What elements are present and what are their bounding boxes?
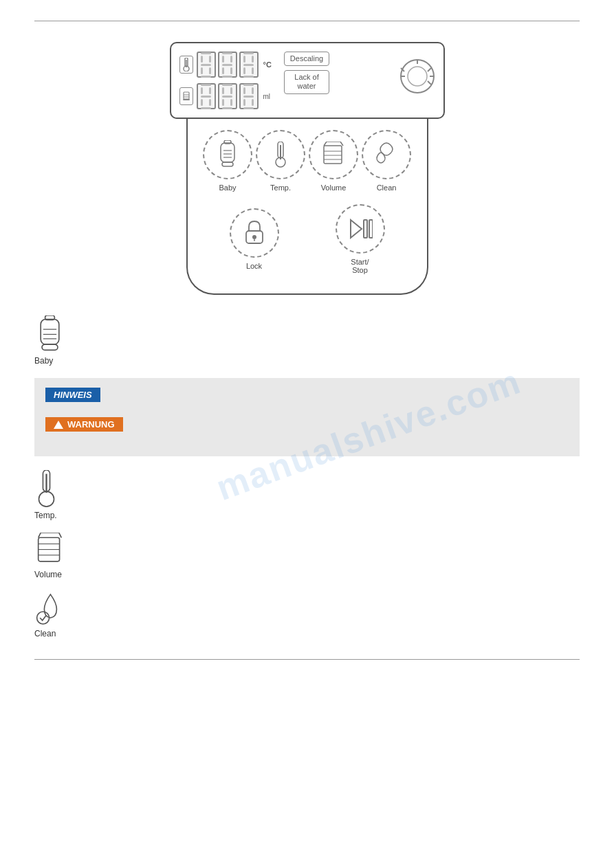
measuring-cup-icon-large [34,533,65,567]
volume-label: Volume [321,183,347,192]
clean-label: Clean [377,183,397,192]
temp-display [197,52,259,78]
ml-label: ml [263,93,271,100]
display-panel: °C [170,42,445,119]
thermometer-icon-large [34,470,58,508]
indicators-area: Descaling Lack of water [284,52,329,94]
svg-rect-35 [41,320,59,345]
volume-section-label: Volume [34,570,62,579]
warning-triangle-icon [54,421,63,429]
svg-rect-24 [324,146,342,164]
svg-rect-33 [369,220,373,238]
start-stop-label: Start/Stop [351,258,369,274]
svg-rect-3 [184,92,189,99]
svg-line-12 [428,81,431,85]
svg-rect-6 [183,99,190,100]
temp-section: Temp. [34,470,580,520]
baby-label: Baby [219,183,236,192]
hinweis-notice: HINWEIS WARNUNG [34,378,580,456]
dial-control[interactable] [399,58,435,96]
device-diagram: °C [34,42,580,295]
baby-section-label: Baby [34,356,53,366]
clean-button[interactable]: Clean [362,130,411,192]
clean-section: Clean [34,592,580,638]
celsius-label: °C [263,60,272,69]
baby-bottle-icon-large [34,315,65,353]
thermo-small-icon [179,56,193,74]
clean-drops-icon-large [34,592,65,626]
lack-of-water-indicator: Lack of water [284,70,329,93]
descaling-indicator: Descaling [284,52,329,66]
clean-section-label: Clean [34,629,56,638]
temp-label: Temp. [270,183,291,192]
svg-point-29 [252,235,256,239]
svg-rect-16 [221,143,234,162]
svg-rect-32 [364,220,367,238]
device-panel: °C [170,42,445,295]
svg-marker-31 [351,220,362,238]
lock-button[interactable]: Lock [230,208,279,270]
svg-point-8 [408,67,427,86]
volume-section: Volume [34,533,580,579]
warnung-header: WARNUNG [45,417,123,432]
baby-button[interactable]: Baby [203,130,252,192]
svg-rect-39 [42,344,58,350]
bottom-divider [34,659,580,660]
hinweis-header: HINWEIS [45,388,100,402]
svg-point-47 [37,612,50,624]
temp-button[interactable]: Temp. [256,130,305,192]
volume-display [197,83,259,109]
baby-section: Baby [34,315,580,366]
lock-label: Lock [246,262,262,270]
volume-button[interactable]: Volume [309,130,358,192]
svg-point-7 [401,60,434,93]
controls-panel: Baby Temp. [186,119,428,295]
svg-rect-20 [222,162,233,166]
cup-small-icon [179,87,193,105]
svg-point-41 [39,491,54,507]
start-stop-button[interactable]: Start/Stop [336,204,385,274]
svg-line-10 [428,68,431,71]
top-divider [34,21,580,21]
temp-section-label: Temp. [34,511,57,520]
